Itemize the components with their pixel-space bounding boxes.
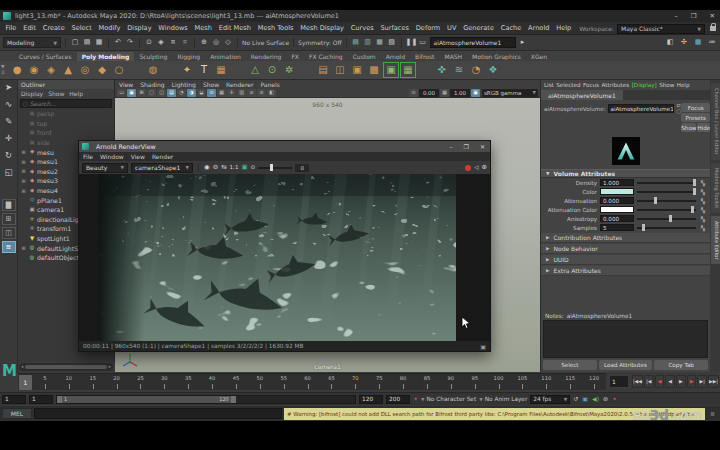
attribute-editor-menu-item[interactable]: [Display] [632,82,657,88]
speaker-icon[interactable]: ◀) [592,396,599,402]
close-button[interactable]: ✕ [710,13,715,20]
menu-item[interactable]: Modify [95,24,124,32]
status-icon[interactable]: ◎ [211,39,221,46]
attribute-slider[interactable] [637,200,696,202]
attribute-slider[interactable] [637,209,696,211]
viewport-menu-item[interactable]: Lighting [172,81,196,88]
step-back-button[interactable]: |◀ [644,375,654,388]
outliner-item[interactable]: ⊞ ▣ top [18,119,114,129]
shelf-tool-icon[interactable]: ● [9,62,25,78]
viewport-menu-item[interactable]: Show [203,81,219,88]
current-frame-field[interactable]: 1 [609,375,629,388]
attribute-slider[interactable] [637,191,696,193]
swap-ab-icon[interactable]: ⇆ [221,164,226,171]
viewport-toggle-icon[interactable]: ▭ [117,89,126,97]
play-backwards-button[interactable]: ◀ [665,375,675,388]
shelf-tab[interactable]: Poly Modeling [77,52,135,61]
search-go-icon[interactable]: ▸ [518,39,528,46]
shelf-tool-icon[interactable]: ✦ [179,62,195,78]
status-icon[interactable]: ▥ [363,39,373,46]
viewport-toggle-icon[interactable]: ▧ [237,89,246,97]
shelf-tool-icon[interactable]: ◎ [77,62,93,78]
menu-item[interactable]: Windows [155,24,191,32]
script-editor-icon[interactable]: ≣ [707,410,718,417]
attribute-slider[interactable] [637,182,696,184]
viewport-toggle-icon[interactable]: ▦ [217,89,226,97]
menu-item[interactable]: Deform [412,24,443,32]
menu-item[interactable]: Cache [497,24,524,32]
animation-end-field[interactable]: 200 [386,395,410,404]
rotate-tool[interactable]: ↻ [2,151,16,164]
exposure-field[interactable]: 0.00 [419,89,439,97]
attribute-value-field[interactable] [600,206,634,213]
renderview-close-button[interactable]: ✕ [480,144,485,150]
exposure-value-field[interactable]: 0 [295,164,309,172]
shelf-tool-icon[interactable]: ▦ [400,62,416,78]
range-end-handle[interactable] [231,396,236,403]
menu-item[interactable]: Curves [347,24,377,32]
shelf-tool-icon[interactable]: ▲ [60,62,76,78]
isolate-icon[interactable]: ⊙ [251,165,256,171]
renderview-menu-item[interactable]: View [131,153,145,160]
attribute-editor-menu-item[interactable]: Selected [556,82,580,88]
step-forward-button[interactable]: ▶| [697,375,707,388]
expand-icon[interactable]: ⊞ [20,178,27,184]
status-icon[interactable]: ⌗ [180,39,190,46]
shelf-tool-icon[interactable]: ❖ [485,62,501,78]
shelf-tool-icon[interactable]: ○ [111,62,127,78]
camera-dropdown[interactable]: cameraShape1▼ [131,163,193,173]
shelf-tool-icon[interactable] [128,62,144,78]
shelf-tool-icon[interactable]: ◍ [145,62,161,78]
attribute-editor-menu-item[interactable]: Focus [583,82,599,88]
presets-button[interactable]: Presets [681,113,710,122]
shelf-tool-icon[interactable] [298,62,314,78]
attribute-editor-menu-item[interactable]: Help [677,82,690,88]
play-forwards-button[interactable]: ▶ [676,375,686,388]
command-input[interactable] [34,408,282,419]
character-set-dropdown[interactable]: ▼No Character Set [421,396,476,402]
viewport-toggle-icon[interactable]: ▢ [147,89,156,97]
status-icon[interactable]: ▭ [418,39,428,46]
layout-two-pane[interactable]: ◫ [2,227,16,239]
snapshot-icon[interactable]: ◉ [204,164,210,171]
renderview-maximize-button[interactable]: ❐ [464,144,469,150]
symmetry-label[interactable]: Symmetry: Off [298,39,341,46]
shelf-tab[interactable]: Curves / Surfaces [14,52,77,61]
layout-four-pane[interactable]: ⊞ [2,213,16,225]
shelf-tool-icon[interactable]: T [196,62,212,78]
menu-item[interactable]: Create [39,24,68,32]
viewport-toggle-icon[interactable]: ▣ [127,89,136,97]
status-icon[interactable]: ↷ [125,39,135,46]
menu-item[interactable]: Select [68,24,95,32]
set-key-icon[interactable]: ✦ [413,396,418,402]
attribute-editor-menu-item[interactable]: Attributes [602,82,630,88]
scroll-right-icon[interactable]: ▸ [109,365,111,370]
menu-item[interactable]: Mesh Tools [254,24,296,32]
scroll-left-icon[interactable]: ◂ [21,365,23,370]
view-transform-dropdown[interactable]: sRGB gamma▼ [482,89,538,97]
status-icon[interactable] [194,38,195,48]
move-tool[interactable]: ✛ [2,134,16,147]
show-button[interactable]: Show [681,123,696,132]
shelf-options-icon[interactable]: ▼☰ [1,65,5,76]
attribute-value-field[interactable]: 0.000 [600,215,634,222]
attribute-slider[interactable] [637,218,696,220]
shelf-tab[interactable]: FX [286,52,304,61]
abort-icon[interactable]: ⊖ [213,164,218,171]
outliner-menu-item[interactable]: Help [69,90,83,97]
expand-log-icon[interactable]: ▣ [480,343,486,350]
playback-loop-icon[interactable]: ↺ [573,396,578,402]
sidebar-toggle-icon[interactable]: ≔ [707,39,717,46]
node-tab[interactable]: aiAtmosphereVolume1 [541,90,623,100]
collapsed-section-header[interactable]: ▶ Node Behavior [541,244,710,254]
viewport-toggle-icon[interactable]: ▤ [167,89,176,97]
status-icon[interactable] [108,38,109,48]
expand-icon[interactable]: ⊞ [20,159,27,165]
shelf-tool-icon[interactable]: ◫ [332,62,348,78]
current-frame-marker[interactable]: 1 [19,375,32,390]
attribute-slider[interactable] [637,227,696,229]
shelf-tool-icon[interactable] [417,62,433,78]
menu-set-dropdown[interactable]: Modeling▼ [3,37,61,48]
shelf-tool-icon[interactable]: ▤ [315,62,331,78]
collapsed-section-header[interactable]: ▶ Extra Attributes [541,266,710,276]
